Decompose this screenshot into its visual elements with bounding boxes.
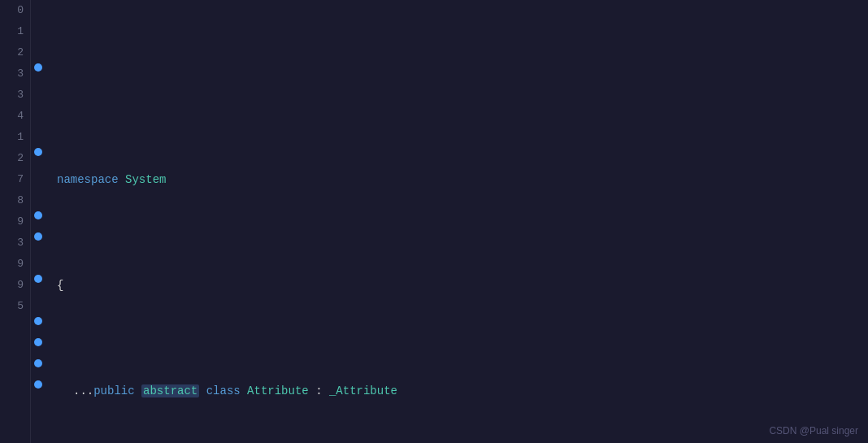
gutter-dot-4 (34, 232, 42, 241)
code-line-0 (54, 63, 860, 85)
ln-9b: 9 (7, 254, 24, 275)
ln-2b: 2 (7, 148, 24, 169)
gutter-dot-7 (34, 338, 42, 346)
ln-5: 5 (7, 296, 24, 317)
gutter-dot-3 (34, 211, 42, 219)
code-content[interactable]: namespace System { ...public abstract cl… (46, 0, 868, 443)
ln-2: 2 (7, 42, 24, 63)
ln-4: 4 (7, 106, 24, 127)
gutter-dot-6 (34, 317, 42, 325)
gutter (31, 0, 46, 443)
gutter-dot-8 (34, 359, 42, 367)
ln-9c: 9 (7, 275, 24, 296)
ln-8: 8 (7, 190, 24, 211)
ln-9: 9 (7, 211, 24, 232)
line-numbers: 0 1 2 3 3 4 1 2 7 8 9 3 9 9 5 (0, 0, 31, 443)
ln-3: 3 (7, 63, 24, 85)
gutter-dot-2 (34, 148, 42, 156)
gutter-dot-5 (34, 275, 42, 283)
ln-cont (7, 317, 24, 338)
ln-7: 7 (7, 169, 24, 190)
ln-3b: 3 (7, 85, 24, 106)
ln-1b: 1 (7, 127, 24, 148)
ln-0: 0 (7, 0, 24, 21)
code-line-2: { (54, 275, 860, 296)
ln-1: 1 (7, 21, 24, 42)
gutter-dot-9 (34, 380, 42, 389)
code-line-1: namespace System (54, 169, 860, 190)
code-line-3a: ...public abstract class Attribute : _At… (54, 380, 860, 402)
gutter-dot-1 (34, 63, 42, 72)
watermark: CSDN @Pual singer (769, 425, 858, 436)
ln-3c: 3 (7, 232, 24, 254)
code-editor: 0 1 2 3 3 4 1 2 7 8 9 3 9 9 5 namespace … (0, 0, 868, 443)
